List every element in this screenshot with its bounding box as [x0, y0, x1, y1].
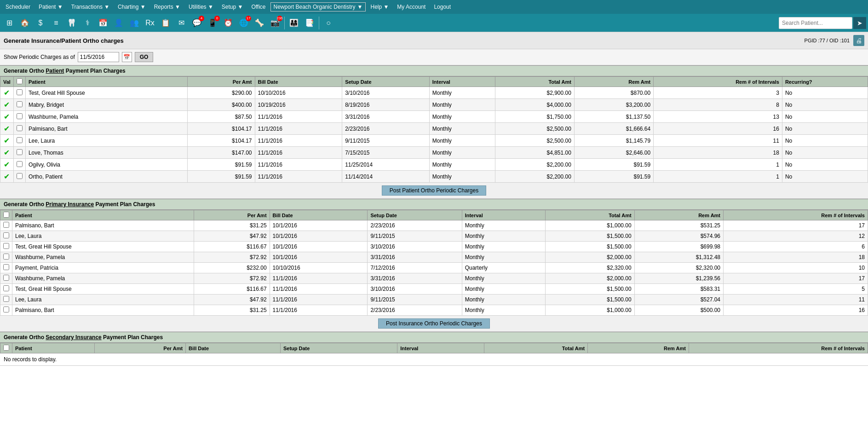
select-all-primary[interactable]	[3, 212, 9, 218]
nav-charting[interactable]: Charting ▼	[114, 2, 149, 12]
nav-myaccount[interactable]: My Account	[393, 2, 429, 12]
chat-icon[interactable]: 💬 4	[190, 16, 204, 30]
row-checkbox[interactable]	[17, 173, 23, 179]
rx-icon[interactable]: Rx	[143, 16, 157, 30]
col-total-amt: Total Amt	[495, 77, 574, 87]
check-cell[interactable]	[0, 284, 12, 295]
col-patient: Patient	[25, 77, 187, 87]
check-cell[interactable]	[13, 87, 25, 99]
table-row: ✔ Lee, Laura $104.17 11/1/2016 9/11/2015…	[0, 135, 868, 147]
select-all-patient[interactable]	[17, 78, 23, 84]
list-icon[interactable]: ≡	[49, 16, 63, 30]
patient-icon[interactable]: 👤	[111, 16, 126, 30]
calendar-icon[interactable]: 📅	[96, 16, 110, 30]
row-checkbox[interactable]	[3, 264, 9, 270]
rem-intervals: 1	[654, 171, 782, 183]
green-check-icon: ✔	[4, 101, 10, 109]
row-checkbox[interactable]	[3, 296, 9, 302]
office-selector[interactable]: Newport Beach Organic Dentistry ▼	[270, 2, 366, 12]
setup-date: 3/31/2016	[368, 273, 462, 284]
web-icon[interactable]: 🌐 17	[236, 16, 251, 30]
ledger-icon[interactable]: 📋	[158, 16, 173, 30]
circle-icon[interactable]: ○	[321, 16, 336, 30]
total-amt: $1,500.00	[546, 284, 634, 295]
row-checkbox[interactable]	[3, 222, 9, 228]
nav-help[interactable]: Help ▼	[367, 2, 392, 12]
row-checkbox[interactable]	[17, 125, 23, 131]
nav-utilities[interactable]: Utilities ▼	[185, 2, 217, 12]
table-row: Payment, Patricia $232.00 10/10/2016 7/1…	[0, 263, 868, 273]
patients-icon[interactable]: 👥	[127, 16, 142, 30]
post-primary-button[interactable]: Post Insurance Ortho Periodic Charges	[378, 318, 490, 329]
dollar-icon[interactable]: $	[33, 16, 48, 30]
group-icon[interactable]: 👨‍👩‍👧	[287, 16, 301, 30]
check-cell[interactable]	[13, 111, 25, 123]
nav-scheduler[interactable]: Scheduler	[2, 2, 34, 12]
check-cell[interactable]	[0, 220, 12, 231]
check-cell[interactable]	[0, 295, 12, 305]
home-icon[interactable]: ⊞	[2, 16, 17, 30]
tooth-icon[interactable]: 🦷	[64, 16, 79, 30]
clock-icon[interactable]: ⏰	[221, 16, 236, 30]
print-button[interactable]: 🖨	[853, 35, 864, 46]
calendar-button[interactable]: 📅	[122, 52, 132, 62]
patient-name: Palmisano, Bart	[12, 305, 194, 316]
check-cell[interactable]	[13, 123, 25, 135]
top-nav: Scheduler Patient ▼ Transactions ▼ Chart…	[0, 0, 868, 14]
row-checkbox[interactable]	[3, 285, 9, 291]
check-cell[interactable]	[13, 147, 25, 159]
patient-name: Lee, Laura	[12, 231, 194, 242]
check-cell[interactable]	[0, 263, 12, 273]
select-all-secondary[interactable]	[3, 345, 9, 351]
nav-transactions[interactable]: Transactions ▼	[68, 2, 113, 12]
row-checkbox[interactable]	[3, 254, 9, 260]
nav-logout[interactable]: Logout	[430, 2, 454, 12]
row-checkbox[interactable]	[17, 149, 23, 155]
col-check-sec	[0, 343, 12, 353]
check-cell[interactable]	[0, 305, 12, 316]
bill-date: 11/1/2016	[270, 295, 368, 305]
copy-icon[interactable]: 📑	[302, 16, 317, 30]
xray-icon[interactable]: 🦴	[252, 16, 267, 30]
row-checkbox[interactable]	[17, 137, 23, 143]
search-button[interactable]: ➤	[853, 17, 866, 29]
interval: Quarterly	[462, 263, 546, 273]
row-checkbox[interactable]	[17, 89, 23, 95]
nav-office[interactable]: Office	[247, 2, 269, 12]
check-cell[interactable]	[0, 231, 12, 242]
col-val: Val	[0, 77, 14, 87]
interval: Monthly	[462, 242, 546, 252]
row-checkbox[interactable]	[3, 306, 9, 312]
bill-date: 10/1/2016	[270, 231, 368, 242]
row-checkbox[interactable]	[17, 161, 23, 167]
primary-table-scroll[interactable]: Patient Per Amt Bill Date Setup Date Int…	[0, 210, 868, 316]
nav-patient[interactable]: Patient ▼	[35, 2, 67, 12]
check-cell[interactable]	[13, 171, 25, 183]
row-checkbox[interactable]	[3, 232, 9, 238]
date-input[interactable]	[78, 52, 119, 62]
check-cell[interactable]	[0, 242, 12, 252]
house-icon[interactable]: 🏠	[17, 16, 32, 30]
tooth2-icon[interactable]: ⚕	[80, 16, 95, 30]
search-input[interactable]	[779, 17, 852, 29]
interval: Monthly	[429, 135, 495, 147]
nav-setup[interactable]: Setup ▼	[218, 2, 247, 12]
check-cell[interactable]	[13, 99, 25, 111]
check-cell[interactable]	[0, 273, 12, 284]
post-patient-button[interactable]: Post Patient Ortho Periodic Charges	[382, 185, 486, 196]
nav-reports[interactable]: Reports ▼	[150, 2, 184, 12]
go-button[interactable]: GO	[135, 52, 154, 62]
mail-icon[interactable]: ✉	[174, 16, 189, 30]
row-checkbox[interactable]	[17, 101, 23, 107]
check-cell[interactable]	[0, 252, 12, 263]
row-checkbox[interactable]	[3, 243, 9, 249]
page-header: Generate Insurance/Patient Ortho charges…	[0, 32, 868, 49]
office-name: Newport Beach Organic Dentistry	[274, 4, 356, 10]
camera-icon[interactable]: 📷 236	[268, 16, 282, 30]
row-checkbox[interactable]	[17, 113, 23, 119]
check-cell[interactable]	[13, 135, 25, 147]
sms-icon[interactable]: 📱 0	[205, 16, 220, 30]
row-checkbox[interactable]	[3, 275, 9, 281]
patient-table-scroll[interactable]: Val Patient Per Amt Bill Date Setup Date…	[0, 76, 868, 183]
check-cell[interactable]	[13, 159, 25, 171]
